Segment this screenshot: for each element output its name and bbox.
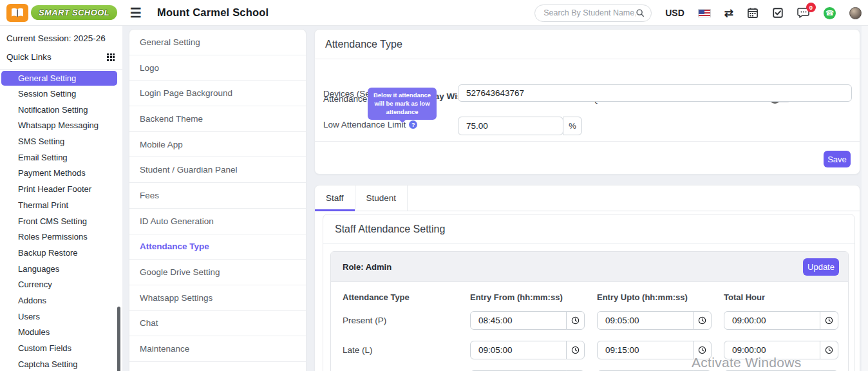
language-flag-icon[interactable] [698,9,711,17]
sidebar-item-captcha-setting[interactable]: Captcha Setting [0,357,122,371]
role-panel-header: Role: Admin Update [331,252,848,282]
sidebar-item-email-setting[interactable]: Email Setting [0,150,122,166]
sidebar-item-languages[interactable]: Languages [0,262,122,278]
attendance-type-label: Late (L) [343,345,470,355]
sidebar-item-addons[interactable]: Addons [0,293,122,309]
save-button[interactable]: Save [824,151,851,167]
settings-menu-card: General SettingLogoLogin Page Background… [129,29,307,371]
search-input[interactable] [543,8,636,17]
attendance-settings-card: Staff Student Staff Attendance Setting R… [314,185,860,371]
top-header: SMART SCHOOL ☰ Mount Carmel School USD ⇄… [0,0,868,26]
sidebar-item-session-setting[interactable]: Session Setting [0,86,122,102]
staff-setting-title: Staff Attendance Setting [323,214,854,244]
sidebar-item-print-header-footer[interactable]: Print Header Footer [0,182,122,198]
total-hour-input-group [724,311,846,330]
sidebar-divider [0,69,122,70]
devices-input[interactable] [458,84,852,102]
clock-icon[interactable] [566,311,585,330]
sidebar-scrollbar[interactable] [117,307,120,371]
clock-icon[interactable] [566,341,585,359]
settings-menu-item-google-drive-setting[interactable]: Google Drive Setting [129,260,306,285]
table-row-present-p: Present (P) [343,305,848,335]
sidebar-item-payment-methods[interactable]: Payment Methods [0,166,122,182]
entry-upto-input[interactable] [597,341,693,359]
grid-apps-icon[interactable] [107,53,115,61]
settings-menu-item-chat[interactable]: Chat [129,311,306,337]
low-attendance-tooltip: Below it attendance will be mark as low … [368,88,437,120]
settings-menu-item-attendance-type[interactable]: Attendance Type [129,234,306,260]
column-header-attendance-type: Attendance Type [343,292,470,302]
low-attendance-label: Low Attendance Limit [323,120,406,129]
settings-menu-item-whatsapp-settings[interactable]: Whatsapp Settings [129,285,306,311]
entry-from-input[interactable] [470,341,567,359]
quick-links-label: Quick Links [6,52,52,62]
settings-menu-item-login-page-background[interactable]: Login Page Background [129,81,306,106]
whatsapp-icon[interactable]: ☎ [824,7,836,19]
settings-menu-item-general-setting[interactable]: General Setting [129,30,306,55]
sidebar-item-notification-setting[interactable]: Notification Setting [0,102,122,119]
sidebar-item-currency[interactable]: Currency [0,277,122,293]
main-sidebar: Current Session: 2025-26 Quick Links Gen… [0,26,122,371]
sidebar-item-roles-permissions[interactable]: Roles Permissions [0,229,122,245]
sidebar-item-users[interactable]: Users [0,309,122,325]
entry-upto-input-group [597,311,724,330]
sidebar-item-thermal-print[interactable]: Thermal Print [0,198,122,214]
user-avatar[interactable] [849,7,862,19]
page-title: Mount Carmel School [157,6,269,19]
low-attendance-input[interactable] [458,117,563,135]
sidebar-item-sms-setting[interactable]: SMS Setting [0,134,122,150]
sidebar-item-general-setting[interactable]: General Setting [1,71,117,86]
role-label: Role: Admin [343,262,392,272]
attendance-card-title: Attendance Type [315,30,860,59]
sidebar-item-modules[interactable]: Modules [0,325,122,341]
settings-menu-item-backend-theme[interactable]: Backend Theme [129,106,306,132]
hamburger-menu-icon[interactable]: ☰ [130,5,142,21]
column-header-entry-from-hh-mm-ss: Entry From (hh:mm:ss) [470,292,597,302]
header-actions: USD ⇄ 0 ☎ [534,0,862,26]
chat-badge: 0 [806,3,816,12]
sidebar-menu: General SettingSession SettingNotificati… [0,71,122,371]
settings-menu-item-id-auto-generation[interactable]: ID Auto Generation [129,209,306,234]
attendance-table-header: Attendance TypeEntry From (hh:mm:ss)Entr… [343,289,848,305]
quick-links-row: Quick Links [0,43,122,62]
swap-arrows-icon[interactable]: ⇄ [724,6,733,20]
entry-upto-input[interactable] [597,311,693,330]
clock-icon[interactable] [820,311,838,330]
tab-student[interactable]: Student [355,186,408,211]
calendar-icon[interactable] [747,7,759,19]
sidebar-item-front-cms-setting[interactable]: Front CMS Setting [0,214,122,230]
tab-staff[interactable]: Staff [315,186,355,211]
total-hour-input[interactable] [724,311,820,330]
search-icon[interactable] [636,8,645,17]
activate-windows-watermark: Activate Windows [692,355,802,370]
app-logo[interactable]: SMART SCHOOL [0,4,122,22]
sidebar-item-backup-restore[interactable]: Backup Restore [0,245,122,262]
column-header-entry-upto-hh-mm-ss: Entry Upto (hh:mm:ss) [597,292,724,302]
settings-menu-item-fees[interactable]: Fees [129,183,306,209]
currency-selector[interactable]: USD [665,8,684,18]
settings-menu-item-maintenance[interactable]: Maintenance [129,336,306,362]
task-check-icon[interactable] [772,7,784,19]
student-search[interactable] [534,5,652,22]
clock-icon[interactable] [693,311,712,330]
sidebar-item-whatsapp-messaging[interactable]: Whatsapp Messaging [0,118,122,134]
chat-icon[interactable]: 0 [797,7,810,19]
entry-from-input-group [470,311,597,330]
staff-attendance-setting-card: Staff Attendance Setting Role: Admin Upd… [323,214,855,371]
settings-menu-item-student-guardian-panel[interactable]: Student / Guardian Panel [129,157,306,183]
entry-from-input-group [470,341,597,359]
role-admin-panel: Role: Admin Update Attendance TypeEntry … [330,251,849,371]
settings-menu-item-logo[interactable]: Logo [129,55,306,81]
settings-menu-item-mobile-app[interactable]: Mobile App [129,132,306,158]
logo-text: SMART SCHOOL [31,5,117,20]
clock-icon[interactable] [820,341,838,359]
attendance-type-label: Present (P) [343,316,470,325]
book-logo-icon [6,4,28,22]
column-header-total-hour: Total Hour [724,292,846,302]
page-scrollbar-track[interactable] [862,26,868,371]
entry-from-input[interactable] [470,311,567,330]
sidebar-item-custom-fields[interactable]: Custom Fields [0,341,122,357]
percent-addon: % [563,117,582,135]
help-question-icon[interactable]: ? [409,120,417,129]
update-button[interactable]: Update [803,258,839,276]
